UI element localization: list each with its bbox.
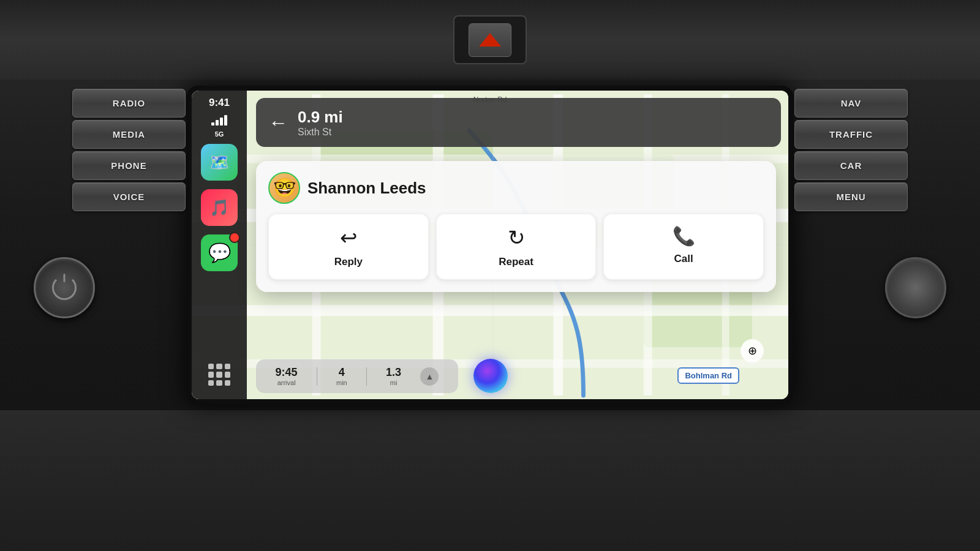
navigation-header: ← 0.9 mi Sixth St	[256, 98, 781, 147]
eta-distance-label: mi	[390, 379, 398, 386]
messages-app-icon[interactable]: 💬	[201, 234, 238, 271]
eta-duration-label: min	[336, 379, 347, 386]
maps-app-icon[interactable]: 🗺️	[201, 144, 238, 181]
music-app-icon[interactable]: 🎵	[201, 189, 238, 226]
reply-button[interactable]: ↩ Reply	[268, 214, 429, 280]
phone-button[interactable]: PHONE	[72, 151, 186, 180]
dashboard: RADIO MEDIA PHONE VOICE NAV TRAFFIC CAR …	[0, 0, 980, 551]
menu-button[interactable]: MENU	[794, 182, 908, 211]
top-vent	[0, 0, 980, 80]
eta-divider-2	[366, 367, 367, 386]
contact-avatar: 🤓	[268, 172, 300, 204]
traffic-button[interactable]: TRAFFIC	[794, 120, 908, 149]
nav-info: 0.9 mi Sixth St	[298, 108, 343, 138]
nav-street: Sixth St	[298, 127, 343, 138]
screen-bezel: Norton Rd 9:41 5G 🗺️	[187, 86, 793, 404]
eta-duration-value: 4	[339, 366, 345, 379]
voice-button[interactable]: VOICE	[72, 182, 186, 211]
notification-card: 🤓 Shannon Leeds ↩ Reply ↻ Repeat 📞	[256, 161, 776, 292]
power-button[interactable]	[34, 257, 95, 318]
eta-arrival: 9:45 arrival	[276, 366, 298, 386]
reply-icon: ↩	[340, 225, 357, 250]
call-label: Call	[674, 253, 693, 265]
vent-center	[453, 15, 527, 64]
repeat-button[interactable]: ↻ Repeat	[436, 214, 597, 280]
call-icon: 📞	[673, 225, 695, 247]
notification-header: 🤓 Shannon Leeds	[268, 172, 764, 204]
network-type: 5G	[215, 130, 224, 138]
svg-rect-4	[192, 305, 788, 316]
siri-button[interactable]	[473, 359, 508, 393]
road-name-label: Bohlman Rd	[677, 367, 739, 384]
status-time: 9:41	[209, 97, 230, 111]
compass[interactable]: ⊕	[741, 339, 764, 362]
home-grid-button[interactable]	[201, 356, 238, 393]
messages-badge	[229, 232, 240, 243]
carplay-screen: Norton Rd 9:41 5G 🗺️	[192, 91, 788, 399]
hazard-icon	[479, 33, 501, 47]
nav-distance: 0.9 mi	[298, 108, 343, 127]
hazard-button[interactable]	[469, 23, 511, 57]
nav-button[interactable]: NAV	[794, 89, 908, 118]
eta-time-value: 9:45	[276, 366, 298, 379]
right-panel: NAV TRAFFIC CAR MENU	[794, 89, 908, 211]
repeat-label: Repeat	[499, 256, 533, 268]
carplay-sidebar: 9:41 5G 🗺️ 🎵 �	[192, 91, 247, 399]
eta-divider-1	[317, 367, 317, 386]
eta-bar: 9:45 arrival 4 min 1.3 mi ▲	[256, 359, 458, 393]
signal-strength	[211, 115, 227, 126]
expand-button[interactable]: ▲	[420, 367, 439, 386]
power-icon	[52, 276, 77, 300]
reply-label: Reply	[334, 256, 363, 268]
repeat-icon: ↻	[508, 225, 525, 250]
radio-button[interactable]: RADIO	[72, 89, 186, 118]
contact-name: Shannon Leeds	[307, 179, 426, 198]
eta-distance: 1.3 mi	[386, 366, 401, 386]
left-panel: RADIO MEDIA PHONE VOICE	[72, 89, 186, 211]
eta-arrival-label: arrival	[277, 379, 296, 386]
eta-duration: 4 min	[336, 366, 347, 386]
media-button[interactable]: MEDIA	[72, 120, 186, 149]
turn-arrow-icon: ←	[268, 111, 288, 134]
eta-distance-value: 1.3	[386, 366, 401, 379]
car-button[interactable]: CAR	[794, 151, 908, 180]
dashboard-bottom	[0, 410, 980, 551]
action-buttons: ↩ Reply ↻ Repeat 📞 Call	[268, 214, 764, 280]
volume-knob[interactable]	[885, 257, 946, 318]
call-button[interactable]: 📞 Call	[603, 214, 764, 280]
